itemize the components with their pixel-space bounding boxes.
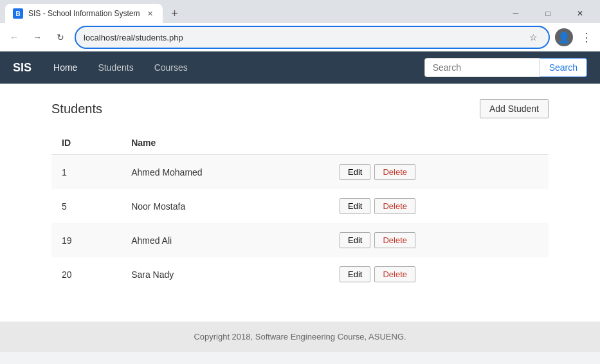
main-content: Students Add Student ID Name 1 Ahmed Moh… [0,84,600,322]
browser-chrome: B SIS - School Information System ✕ + ─ … [0,0,600,51]
address-bar: ← → ↻ ☆ 👤 ⋮ [0,23,600,51]
navbar: SIS Home Students Courses Search [0,51,600,84]
tab-title: SIS - School Information System [28,9,140,18]
edit-button[interactable]: Edit [340,266,370,282]
nav-brand: SIS [13,61,32,75]
table-header: ID Name [51,131,549,155]
student-id: 19 [51,223,121,257]
table-row: 19 Ahmed Ali Edit Delete [51,223,549,257]
table-row: 20 Sara Nady Edit Delete [51,257,549,291]
student-actions: Edit Delete [329,257,549,291]
student-name: Sara Nady [121,257,329,291]
close-button[interactable]: ✕ [565,4,595,23]
window-controls: ─ □ ✕ [501,4,595,23]
nav-students-link[interactable]: Students [94,60,137,75]
search-form: Search [424,58,587,77]
back-button[interactable]: ← [5,28,23,46]
title-bar: B SIS - School Information System ✕ + ─ … [0,0,600,23]
page-title: Students [51,102,102,116]
delete-button[interactable]: Delete [374,266,415,282]
forward-button[interactable]: → [28,28,46,46]
student-actions: Edit Delete [329,189,549,223]
star-icon[interactable]: ☆ [525,30,541,45]
browser-menu-button[interactable]: ⋮ [578,30,595,44]
table-row: 5 Noor Mostafa Edit Delete [51,189,549,223]
student-id: 20 [51,257,121,291]
edit-button[interactable]: Edit [340,232,370,248]
col-actions [329,131,549,155]
student-id: 1 [51,155,121,190]
address-input[interactable] [84,33,522,42]
col-id: ID [51,131,121,155]
student-name: Ahmed Ali [121,223,329,257]
delete-button[interactable]: Delete [374,198,415,214]
edit-button[interactable]: Edit [340,164,370,180]
tab-close-button[interactable]: ✕ [145,8,155,19]
table-body: 1 Ahmed Mohamed Edit Delete 5 Noor Mosta… [51,155,549,292]
search-button[interactable]: Search [540,58,587,77]
active-tab[interactable]: B SIS - School Information System ✕ [5,4,163,23]
footer-text: Copyright 2018, Software Engineering Cou… [194,332,406,341]
student-actions: Edit Delete [329,223,549,257]
edit-button[interactable]: Edit [340,198,370,214]
delete-button[interactable]: Delete [374,232,415,248]
profile-icon[interactable]: 👤 [555,28,573,46]
address-input-wrap: ☆ [75,26,550,49]
minimize-button[interactable]: ─ [501,4,531,23]
footer: Copyright 2018, Software Engineering Cou… [0,322,600,352]
nav-courses-link[interactable]: Courses [150,60,192,75]
maximize-button[interactable]: □ [533,4,563,23]
delete-button[interactable]: Delete [374,164,415,180]
tab-bar: B SIS - School Information System ✕ + [5,4,183,23]
table-row: 1 Ahmed Mohamed Edit Delete [51,155,549,190]
students-table: ID Name 1 Ahmed Mohamed Edit Delete 5 No… [51,131,549,291]
search-input[interactable] [424,58,540,77]
student-actions: Edit Delete [329,155,549,190]
col-name: Name [121,131,329,155]
page-header: Students Add Student [51,99,549,118]
add-student-button[interactable]: Add Student [480,99,549,118]
reload-button[interactable]: ↻ [51,28,69,46]
student-id: 5 [51,189,121,223]
new-tab-button[interactable]: + [165,5,183,23]
student-name: Ahmed Mohamed [121,155,329,190]
nav-home-link[interactable]: Home [50,60,81,75]
tab-favicon: B [13,8,23,19]
student-name: Noor Mostafa [121,189,329,223]
